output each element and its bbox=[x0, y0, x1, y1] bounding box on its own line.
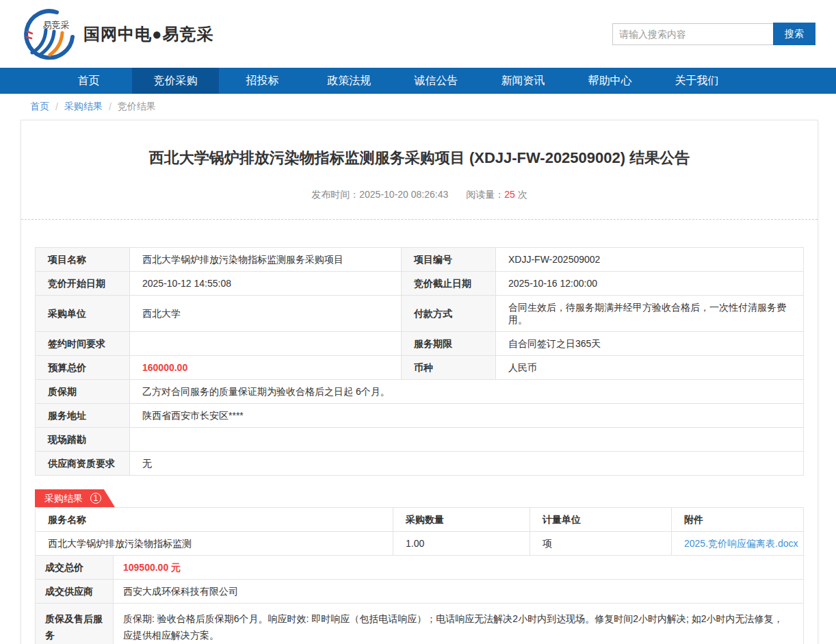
table-row: 成交总价 109500.00 元 bbox=[36, 556, 804, 580]
column-header: 服务名称 bbox=[36, 508, 393, 532]
nav-item-policy[interactable]: 政策法规 bbox=[306, 68, 393, 94]
field-label: 签约时间要求 bbox=[36, 332, 130, 356]
result-detail-table: 成交总价 109500.00 元 成交供应商 西安大成环保科技有限公司 质保及售… bbox=[35, 555, 804, 644]
field-label: 预算总价 bbox=[36, 356, 130, 380]
views-label: 阅读量： bbox=[466, 189, 504, 200]
quantity: 1.00 bbox=[393, 532, 530, 556]
logo-text: 易竞采 bbox=[43, 20, 70, 30]
table-row: 项目名称 西北大学锅炉排放污染物指标监测服务采购项目 项目编号 XDJJ-FW-… bbox=[36, 248, 804, 272]
nav-item-about[interactable]: 关于我们 bbox=[653, 68, 740, 94]
divider bbox=[21, 219, 818, 220]
publish-time: 2025-10-20 08:26:43 bbox=[359, 189, 448, 200]
breadcrumb-current: 竞价结果 bbox=[118, 101, 156, 113]
field-label: 付款方式 bbox=[402, 296, 496, 332]
field-value: 合同生效后，待服务期满并经甲方验收合格后，一次性付清服务费用。 bbox=[496, 296, 804, 332]
table-row: 服务地址 陕西省西安市长安区**** bbox=[36, 404, 804, 428]
field-label: 竞价截止日期 bbox=[402, 272, 496, 296]
table-row: 预算总价 160000.00 币种 人民币 bbox=[36, 356, 804, 380]
main-nav: 首页 竞价采购 招投标 政策法规 诚信公告 新闻资讯 帮助中心 关于我们 bbox=[0, 68, 836, 94]
content-panel: 西北大学锅炉排放污染物指标监测服务采购项目 (XDJJ-FW-202509002… bbox=[21, 120, 818, 644]
field-value: 人民币 bbox=[496, 356, 804, 380]
field-value bbox=[130, 428, 804, 452]
column-header: 采购数量 bbox=[393, 508, 530, 532]
result-badge-number: 1 bbox=[90, 493, 101, 504]
breadcrumb: 首页 / 采购结果 / 竞价结果 bbox=[0, 94, 836, 120]
table-row: 竞价开始日期 2025-10-12 14:55:08 竞价截止日期 2025-1… bbox=[36, 272, 804, 296]
field-label: 币种 bbox=[402, 356, 496, 380]
site-logo: 易竞采 bbox=[21, 6, 77, 62]
logo-graphic: 易竞采 bbox=[21, 6, 77, 62]
table-row: 供应商资质要求 无 bbox=[36, 452, 804, 476]
field-label: 成交供应商 bbox=[36, 580, 114, 604]
field-label: 项目编号 bbox=[402, 248, 496, 272]
site-title: 国网中电●易竞采 bbox=[83, 23, 214, 45]
column-header: 计量单位 bbox=[530, 508, 672, 532]
breadcrumb-procurement-results[interactable]: 采购结果 bbox=[64, 101, 103, 113]
result-table: 服务名称 采购数量 计量单位 附件 西北大学锅炉排放污染物指标监测 1.00 项… bbox=[35, 507, 804, 556]
table-row: 采购单位 西北大学 付款方式 合同生效后，待服务期满并经甲方验收合格后，一次性付… bbox=[36, 296, 804, 332]
result-badge: 采购结果 1 bbox=[35, 489, 115, 507]
field-value: 西安大成环保科技有限公司 bbox=[114, 580, 804, 604]
column-header: 附件 bbox=[672, 508, 804, 532]
field-value: 2025-10-12 14:55:08 bbox=[130, 272, 402, 296]
views-count: 25 bbox=[504, 189, 515, 200]
breadcrumb-home[interactable]: 首页 bbox=[30, 101, 49, 113]
nav-item-integrity[interactable]: 诚信公告 bbox=[393, 68, 480, 94]
publish-time-label: 发布时间： bbox=[311, 189, 359, 200]
field-value: 无 bbox=[130, 452, 804, 476]
table-row: 质保及售后服务 质保期: 验收合格后质保期6个月。响应时效: 即时响应（包括电话… bbox=[36, 604, 804, 644]
field-value: 乙方对合同服务的质量保证期为验收合格后之日起 6个月。 bbox=[130, 380, 804, 404]
table-row: 西北大学锅炉排放污染物指标监测 1.00 项 2025.竞价响应偏离表.docx bbox=[36, 532, 804, 556]
field-label: 质保期 bbox=[36, 380, 130, 404]
field-value: 西北大学 bbox=[130, 296, 402, 332]
unit: 项 bbox=[530, 532, 672, 556]
result-badge-label: 采购结果 bbox=[44, 493, 83, 504]
search-box: 搜索 bbox=[612, 23, 815, 45]
field-label: 现场踏勘 bbox=[36, 428, 130, 452]
field-label: 服务地址 bbox=[36, 404, 130, 428]
field-value: 自合同签订之日365天 bbox=[496, 332, 804, 356]
deal-total-price: 109500.00 元 bbox=[114, 556, 804, 580]
article-meta: 发布时间：2025-10-20 08:26:43阅读量：25 次 bbox=[35, 189, 804, 201]
field-value bbox=[130, 332, 402, 356]
table-row: 签约时间要求 服务期限 自合同签订之日365天 bbox=[36, 332, 804, 356]
field-value: XDJJ-FW-202509002 bbox=[496, 248, 804, 272]
nav-item-home[interactable]: 首页 bbox=[45, 68, 132, 94]
field-value: 陕西省西安市长安区**** bbox=[130, 404, 804, 428]
table-row: 质保期 乙方对合同服务的质量保证期为验收合格后之日起 6个月。 bbox=[36, 380, 804, 404]
table-row: 成交供应商 西安大成环保科技有限公司 bbox=[36, 580, 804, 604]
search-input[interactable] bbox=[612, 23, 773, 45]
field-label: 质保及售后服务 bbox=[36, 604, 114, 644]
field-label: 竞价开始日期 bbox=[36, 272, 130, 296]
nav-item-help[interactable]: 帮助中心 bbox=[566, 68, 653, 94]
page-title: 西北大学锅炉排放污染物指标监测服务采购项目 (XDJJ-FW-202509002… bbox=[35, 120, 804, 167]
nav-item-news[interactable]: 新闻资讯 bbox=[480, 68, 566, 94]
field-label: 采购单位 bbox=[36, 296, 130, 332]
field-value: 2025-10-16 12:00:00 bbox=[496, 272, 804, 296]
breadcrumb-separator: / bbox=[55, 101, 58, 112]
field-value: 质保期: 验收合格后质保期6个月。响应时效: 即时响应（包括电话响应）；电话响应… bbox=[114, 604, 804, 644]
budget-total-value: 160000.00 bbox=[130, 356, 402, 380]
service-name: 西北大学锅炉排放污染物指标监测 bbox=[36, 532, 393, 556]
table-row: 现场踏勘 bbox=[36, 428, 804, 452]
field-label: 供应商资质要求 bbox=[36, 452, 130, 476]
nav-item-tender[interactable]: 招投标 bbox=[219, 68, 306, 94]
search-button[interactable]: 搜索 bbox=[773, 23, 815, 45]
field-label: 成交总价 bbox=[36, 556, 114, 580]
field-label: 项目名称 bbox=[36, 248, 130, 272]
field-value: 西北大学锅炉排放污染物指标监测服务采购项目 bbox=[130, 248, 402, 272]
attachment-link[interactable]: 2025.竞价响应偏离表.docx bbox=[684, 538, 798, 549]
field-label: 服务期限 bbox=[402, 332, 496, 356]
project-info-table: 项目名称 西北大学锅炉排放污染物指标监测服务采购项目 项目编号 XDJJ-FW-… bbox=[35, 247, 804, 476]
table-header-row: 服务名称 采购数量 计量单位 附件 bbox=[36, 508, 804, 532]
views-unit: 次 bbox=[518, 189, 527, 200]
nav-item-bidding-purchase[interactable]: 竞价采购 bbox=[132, 68, 219, 94]
breadcrumb-separator: / bbox=[109, 101, 112, 112]
site-header: 易竞采 国网中电●易竞采 搜索 bbox=[0, 0, 836, 68]
